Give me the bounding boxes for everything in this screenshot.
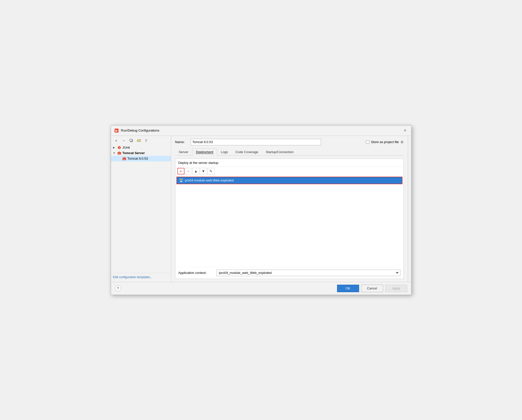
add-config-button[interactable]: + (113, 138, 120, 143)
deploy-down-button[interactable]: ▼ (200, 168, 207, 174)
cancel-button[interactable]: Cancel (361, 285, 383, 292)
tab-logs[interactable]: Logs (217, 148, 232, 156)
right-scrollbar (408, 136, 411, 282)
remove-config-button[interactable]: − (121, 138, 127, 143)
svg-text:CAT: CAT (118, 153, 121, 154)
help-button[interactable]: ? (115, 285, 121, 291)
sidebar: + − (111, 136, 171, 282)
svg-rect-22 (180, 181, 182, 182)
store-row: Store as project file ⚙ (366, 140, 403, 144)
name-label: Name: (175, 140, 188, 144)
app-context-select[interactable]: /pro04_module_web_Web_exploded (217, 270, 400, 276)
tab-startup-connection[interactable]: Startup/Connection (262, 148, 297, 156)
apply-button[interactable]: Apply (385, 285, 407, 292)
name-input[interactable] (191, 139, 321, 145)
sidebar-item-junit[interactable]: ▶ J JUnit (111, 145, 171, 150)
main-panel: Name: Store as project file ⚙ Server Dep… (171, 136, 408, 282)
tab-code-coverage[interactable]: Code Coverage (232, 148, 262, 156)
ok-button[interactable]: OK (337, 285, 359, 292)
sidebar-footer: Edit configuration templates... (111, 273, 171, 281)
dialog-title: Run/Debug Configurations (121, 129, 159, 132)
gear-icon[interactable]: ⚙ (400, 140, 404, 144)
footer-right: OK Cancel Apply (337, 285, 407, 292)
store-checkbox[interactable] (366, 140, 369, 144)
tabs: Server Deployment Logs Code Coverage Sta… (175, 148, 404, 156)
deploy-remove-button[interactable]: − (185, 168, 192, 174)
svg-text:J: J (119, 147, 120, 149)
deploy-up-button[interactable]: ▲ (192, 168, 199, 174)
copy-config-button[interactable] (128, 138, 135, 143)
deploy-header: Deploy at the server startup (175, 159, 403, 167)
junit-icon: J (117, 146, 122, 150)
app-context-label: Application context: (178, 271, 214, 275)
junit-arrow: ▶ (113, 146, 116, 149)
edit-templates-link[interactable]: Edit configuration templates... (113, 275, 153, 279)
sort-button[interactable] (143, 138, 150, 143)
deploy-container: Deploy at the server startup + − ▲ ▼ ✎ (175, 159, 404, 279)
title-bar-left: ▶ Run/Debug Configurations (114, 128, 159, 133)
deploy-item-label: pro04-module-web:Web exploded (185, 178, 234, 182)
content-area: + − (111, 136, 411, 282)
app-context-dropdown[interactable]: /pro04_module_web_Web_exploded (218, 271, 399, 275)
tab-server[interactable]: Server (175, 148, 192, 156)
tab-deployment[interactable]: Deployment (192, 148, 217, 156)
sidebar-item-tomcat-instance[interactable]: CAT Tomcat 9.0.53 (111, 156, 171, 161)
sidebar-item-tomcat-server[interactable]: ▼ CAT Tomcat Server (111, 150, 171, 156)
deploy-item[interactable]: pro04-module-web:Web exploded (176, 177, 402, 184)
deploy-item-icon (179, 178, 183, 183)
deploy-toolbar: + − ▲ ▼ ✎ (175, 167, 403, 176)
svg-text:CAT: CAT (123, 158, 126, 160)
junit-label: JUnit (123, 146, 130, 149)
deploy-add-button[interactable]: + (177, 168, 184, 174)
close-button[interactable]: × (402, 128, 408, 134)
tomcat-server-icon: CAT (117, 151, 122, 155)
tomcat-instance-icon: CAT (122, 157, 127, 161)
tomcat-server-label: Tomcat Server (123, 151, 145, 155)
run-debug-dialog: ▶ Run/Debug Configurations × + − (111, 125, 411, 295)
store-label: Store as project file (371, 140, 399, 144)
dialog-footer: ? OK Cancel Apply (111, 282, 411, 295)
tomcat-instance-arrow (118, 157, 121, 160)
svg-point-17 (124, 157, 125, 158)
footer-left: ? (115, 285, 121, 291)
svg-rect-3 (130, 139, 132, 141)
tomcat-instance-label: Tomcat 9.0.53 (128, 157, 148, 160)
app-icon: ▶ (114, 128, 119, 133)
svg-text:▶: ▶ (116, 129, 118, 132)
svg-point-12 (119, 151, 120, 152)
tomcat-server-arrow: ▼ (113, 152, 116, 154)
folder-button[interactable] (136, 138, 142, 143)
deploy-edit-button[interactable]: ✎ (207, 168, 215, 174)
sidebar-tree: ▶ J JUnit ▼ (111, 144, 171, 273)
title-bar: ▶ Run/Debug Configurations × (111, 126, 411, 136)
app-context-row: Application context: /pro04_module_web_W… (175, 267, 403, 279)
deploy-list: pro04-module-web:Web exploded (175, 176, 403, 267)
sidebar-toolbar: + − (111, 137, 171, 144)
name-row: Name: Store as project file ⚙ (175, 139, 404, 145)
